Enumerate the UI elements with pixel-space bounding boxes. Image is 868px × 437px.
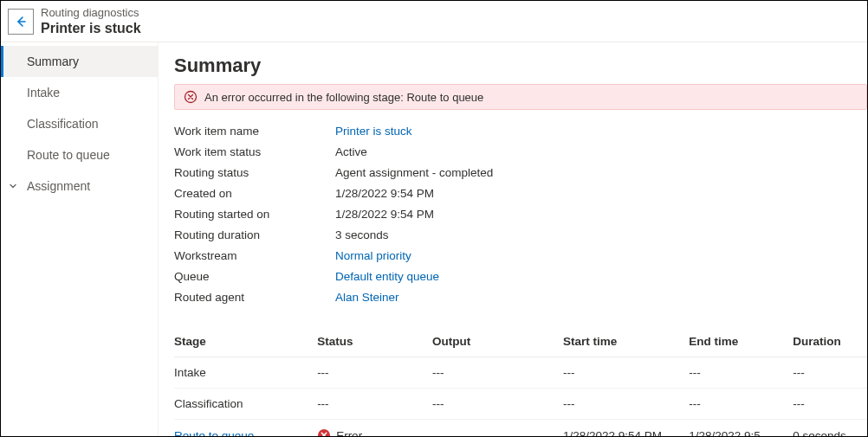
field-value: 1/28/2022 9:54 PM bbox=[335, 187, 434, 200]
field-label: Routing started on bbox=[174, 208, 335, 221]
cell-output: --- bbox=[432, 420, 563, 437]
field-label: Workstream bbox=[174, 249, 335, 262]
back-arrow-icon bbox=[14, 15, 28, 29]
field-value-link[interactable]: Default entity queue bbox=[335, 270, 439, 283]
field-label: Created on bbox=[174, 187, 335, 200]
col-header-end[interactable]: End time bbox=[689, 326, 793, 357]
main-panel: Summary An error occurred in the followi… bbox=[159, 42, 867, 436]
status-text: --- bbox=[317, 366, 329, 379]
chevron-down-icon bbox=[8, 181, 18, 191]
table-row[interactable]: Classification--------------- bbox=[174, 389, 867, 420]
field-label: Routed agent bbox=[174, 291, 335, 304]
field-created-on: Created on 1/28/2022 9:54 PM bbox=[174, 183, 867, 203]
sidebar-item-assignment[interactable]: Assignment bbox=[1, 170, 158, 202]
cell-status: Error bbox=[317, 420, 432, 437]
cell-duration: 0 seconds bbox=[793, 420, 867, 437]
field-label: Work item status bbox=[174, 145, 335, 158]
table-header-row: Stage Status Output Start time End time … bbox=[174, 326, 867, 357]
cell-start: --- bbox=[563, 389, 689, 420]
sidebar: Summary Intake Classification Route to q… bbox=[1, 42, 159, 436]
cell-duration: --- bbox=[793, 357, 867, 389]
field-value: 1/28/2022 9:54 PM bbox=[335, 208, 434, 221]
error-circle-icon bbox=[184, 90, 198, 104]
cell-duration: --- bbox=[793, 389, 867, 420]
field-routed-agent: Routed agent Alan Steiner bbox=[174, 286, 867, 307]
field-work-item-status: Work item status Active bbox=[174, 141, 867, 162]
error-icon bbox=[317, 428, 331, 436]
cell-status: --- bbox=[317, 389, 432, 420]
cell-output: --- bbox=[432, 389, 563, 420]
cell-stage[interactable]: Route to queue bbox=[174, 420, 317, 437]
field-label: Routing status bbox=[174, 166, 335, 179]
col-header-output[interactable]: Output bbox=[432, 326, 563, 357]
status-text: Error bbox=[336, 429, 362, 437]
table-row[interactable]: Intake--------------- bbox=[174, 357, 867, 389]
breadcrumb-block: Routing diagnostics Printer is stuck bbox=[41, 6, 141, 37]
sidebar-item-classification[interactable]: Classification bbox=[1, 108, 158, 139]
cell-status: --- bbox=[317, 357, 432, 389]
cell-output: --- bbox=[432, 357, 563, 389]
field-routing-duration: Routing duration 3 seconds bbox=[174, 224, 867, 245]
cell-start: 1/28/2022 9:54 PM bbox=[563, 420, 689, 437]
breadcrumb: Routing diagnostics bbox=[41, 6, 141, 20]
sidebar-item-summary[interactable]: Summary bbox=[1, 46, 158, 77]
field-label: Work item name bbox=[174, 125, 335, 138]
field-value-link[interactable]: Normal priority bbox=[335, 249, 411, 262]
topbar: Routing diagnostics Printer is stuck bbox=[1, 1, 867, 42]
sidebar-item-label: Intake bbox=[27, 86, 60, 100]
page-title: Summary bbox=[174, 55, 867, 77]
field-work-item-name: Work item name Printer is stuck bbox=[174, 120, 867, 141]
col-header-stage[interactable]: Stage bbox=[174, 326, 317, 357]
sidebar-item-label: Classification bbox=[27, 117, 98, 131]
field-value-link[interactable]: Alan Steiner bbox=[335, 291, 399, 304]
cell-start: --- bbox=[563, 357, 689, 389]
summary-fields: Work item name Printer is stuck Work ite… bbox=[174, 120, 867, 307]
field-label: Routing duration bbox=[174, 228, 335, 241]
table-row[interactable]: Route to queueError---1/28/2022 9:54 PM1… bbox=[174, 420, 867, 437]
status-text: --- bbox=[317, 397, 329, 410]
col-header-status[interactable]: Status bbox=[317, 326, 432, 357]
field-label: Queue bbox=[174, 270, 335, 283]
page-record-title: Printer is stuck bbox=[41, 20, 141, 37]
sidebar-item-intake[interactable]: Intake bbox=[1, 77, 158, 108]
sidebar-item-label: Assignment bbox=[27, 179, 90, 193]
field-routing-started-on: Routing started on 1/28/2022 9:54 PM bbox=[174, 203, 867, 224]
field-value: Agent assignment - completed bbox=[335, 166, 493, 179]
cell-stage: Classification bbox=[174, 389, 317, 420]
cell-end: --- bbox=[689, 357, 793, 389]
stages-table: Stage Status Output Start time End time … bbox=[174, 326, 867, 436]
field-value: 3 seconds bbox=[335, 228, 389, 241]
col-header-duration[interactable]: Duration bbox=[793, 326, 867, 357]
cell-end: 1/28/2022 9:5... bbox=[689, 420, 793, 437]
field-workstream: Workstream Normal priority bbox=[174, 245, 867, 266]
error-banner: An error occurred in the following stage… bbox=[174, 84, 867, 110]
field-queue: Queue Default entity queue bbox=[174, 266, 867, 286]
field-value: Active bbox=[335, 145, 367, 158]
field-value-link[interactable]: Printer is stuck bbox=[335, 125, 412, 138]
sidebar-item-label: Route to queue bbox=[27, 148, 110, 162]
error-banner-text: An error occurred in the following stage… bbox=[204, 91, 483, 104]
col-header-start[interactable]: Start time bbox=[563, 326, 689, 357]
cell-stage: Intake bbox=[174, 357, 317, 389]
sidebar-item-route-to-queue[interactable]: Route to queue bbox=[1, 139, 158, 170]
cell-end: --- bbox=[689, 389, 793, 420]
field-routing-status: Routing status Agent assignment - comple… bbox=[174, 162, 867, 183]
back-button[interactable] bbox=[8, 9, 34, 35]
sidebar-item-label: Summary bbox=[27, 55, 79, 68]
